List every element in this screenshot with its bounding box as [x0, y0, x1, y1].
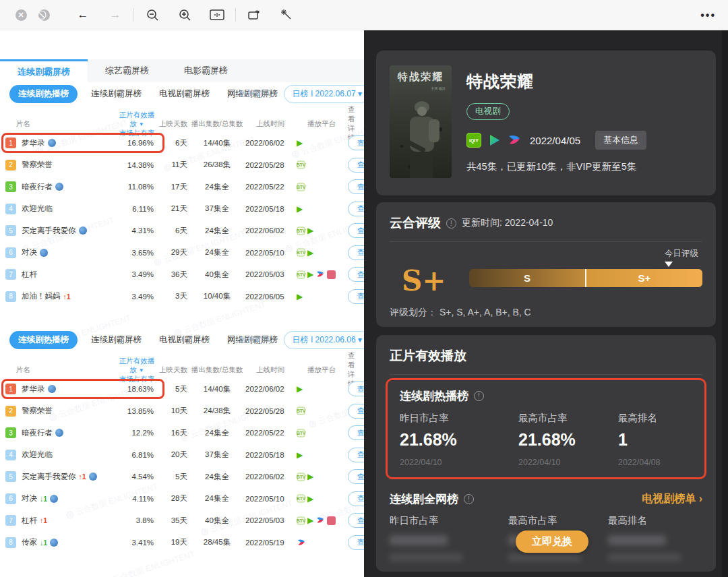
- green-play-platform-icon: ▶: [297, 450, 303, 460]
- zoom-in-icon[interactable]: [173, 3, 196, 26]
- table-row: 8传家↓13.41%19天28/45集2022/05/19查看: [0, 532, 364, 554]
- tab-1[interactable]: 连续剧霸屏榜: [0, 59, 88, 82]
- subtab-3[interactable]: 电视剧霸屏榜: [159, 88, 210, 100]
- launch-date: 2022/06/02: [245, 139, 295, 147]
- episodes-value: 37集全: [189, 204, 245, 214]
- subtab-2[interactable]: 连续剧霸屏榜: [91, 88, 142, 100]
- view-button[interactable]: 查看: [348, 179, 364, 194]
- show-name-cell: 梦华录: [18, 384, 116, 394]
- aspect-ratio-icon[interactable]: [206, 3, 229, 26]
- stat-column: 最高市占率21.68%2022/04/10: [518, 412, 618, 467]
- close-icon[interactable]: ✕: [9, 3, 32, 26]
- sort-funnel-icon: ▼: [139, 121, 144, 127]
- date-pill[interactable]: 日榜 I 2022.06.07 ▾: [284, 85, 364, 103]
- stat-value: 1: [618, 430, 692, 450]
- blurred-date: [608, 553, 681, 561]
- tab-2[interactable]: 综艺霸屏榜: [88, 59, 166, 82]
- zoom-out-icon[interactable]: [141, 3, 164, 26]
- show-name: 对决: [22, 493, 37, 504]
- show-name-cell: 对决: [18, 247, 116, 257]
- episodes-value: 40集全: [189, 516, 245, 526]
- view-button[interactable]: 查看: [348, 448, 364, 462]
- show-name-cell: 警察荣誉: [18, 406, 116, 416]
- divider: [390, 241, 702, 242]
- rank-badge: 5: [5, 225, 16, 236]
- view-button[interactable]: 查看: [348, 267, 364, 282]
- back-icon[interactable]: ←: [71, 3, 94, 26]
- btv-platform-icon: BTV: [297, 429, 305, 437]
- table-row: 3暗夜行者11.08%17天24集全2022/05/22BTV查看: [0, 176, 364, 198]
- table-row: 7杠杆3.49%36天40集全2022/05/03BTV▶查看: [0, 264, 364, 286]
- platform-badge-icon: [55, 183, 63, 191]
- view-button[interactable]: 查看: [348, 491, 364, 506]
- show-info: 特战荣耀 电视剧 iQIY 2022/04/05 基本信息 共45集，已更新10…: [466, 65, 646, 181]
- tab-3[interactable]: 电影霸屏榜: [166, 59, 245, 82]
- magic-wand-icon[interactable]: [275, 3, 298, 26]
- down-arrow: ↓1: [40, 495, 47, 503]
- view-button[interactable]: 查看: [348, 223, 364, 238]
- stat-label: 最高排名: [618, 412, 692, 425]
- view-button[interactable]: 查看: [348, 404, 364, 419]
- info-icon[interactable]: !: [474, 391, 484, 401]
- subtab-3[interactable]: 电视剧霸屏榜: [159, 334, 210, 346]
- view-button[interactable]: 查看: [348, 289, 364, 304]
- rank-badge: 1: [5, 384, 16, 394]
- view-button[interactable]: 查看: [348, 202, 364, 216]
- subtab-1[interactable]: 连续剧热播榜: [9, 85, 78, 103]
- launch-date: 2022/05/10: [245, 249, 295, 257]
- days-value: 29天: [158, 247, 189, 257]
- rank-badge: 2: [5, 160, 16, 171]
- tencent-swoosh-icon: [507, 133, 522, 148]
- share-value: 14.38%: [116, 161, 158, 169]
- basic-info-button[interactable]: 基本信息: [595, 131, 646, 150]
- view-button[interactable]: 查看: [348, 535, 364, 550]
- current-rating: S+: [402, 264, 446, 297]
- platform-icons: BTV: [295, 183, 348, 191]
- rotate-icon[interactable]: [243, 3, 266, 26]
- platform-icons: BTV: [295, 406, 348, 415]
- days-value: 28天: [158, 493, 189, 504]
- show-name-cell: 警察荣誉: [18, 160, 116, 170]
- info-icon[interactable]: !: [446, 218, 456, 229]
- table-header: 片名正片有效播放 ▼市场占有率上映天数播出集数/总集数上线时间播放平台查看详情: [0, 105, 364, 132]
- rating-segment-s: S: [469, 269, 585, 287]
- date-pill[interactable]: 日榜 I 2022.06.06 ▾: [284, 331, 364, 349]
- episodes-value: 37集全: [189, 450, 245, 460]
- stat-column: 最高排名: [608, 514, 702, 561]
- subtab-1[interactable]: 连续剧热播榜: [9, 331, 78, 349]
- block-icon[interactable]: ⃠: [32, 3, 55, 26]
- info-icon[interactable]: !: [464, 494, 474, 504]
- view-button[interactable]: 查看: [348, 513, 364, 528]
- hot-list-stats: 昨日市占率21.68%2022/04/10最高市占率21.68%2022/04/…: [400, 412, 692, 467]
- launch-date: 2022/05/19: [245, 539, 295, 547]
- iqiyi-icon: iQIY: [466, 133, 481, 148]
- redeem-button[interactable]: 立即兑换: [516, 530, 588, 553]
- days-value: 6天: [158, 138, 189, 148]
- stat-label: 最高市占率: [508, 514, 608, 527]
- platform-icons: ▶: [295, 450, 348, 460]
- view-button[interactable]: 查看: [348, 135, 364, 150]
- btv-platform-icon: BTV: [297, 495, 305, 503]
- view-button[interactable]: 查看: [348, 245, 364, 260]
- blurred-value: [390, 535, 448, 545]
- show-name-cell: 梦华录: [18, 138, 116, 148]
- forward-icon[interactable]: →: [104, 3, 127, 26]
- view-button[interactable]: 查看: [348, 158, 364, 173]
- platform-icons: ▶: [295, 292, 348, 301]
- green-play-platform-icon: ▶: [307, 516, 313, 525]
- ranking-page: ◎ 云合数据 ENLIGHTENT◎ 云合数据 ENLIGHTENT◎ 云合数据…: [0, 30, 364, 577]
- show-name: 暗夜行者: [22, 182, 53, 192]
- subtab-2[interactable]: 连续剧霸屏榜: [91, 334, 142, 346]
- platform-icons: BTV▶: [295, 472, 348, 481]
- episodes-value: 24集全: [189, 226, 245, 236]
- tv-ranking-link[interactable]: 电视剧榜单 ›: [642, 492, 702, 506]
- green-play-platform-icon: ▶: [297, 138, 303, 148]
- show-name: 买定离手我爱你: [22, 226, 76, 236]
- share-value: 3.8%: [116, 516, 158, 524]
- view-button[interactable]: 查看: [348, 425, 364, 440]
- more-options-icon[interactable]: •••: [700, 0, 716, 30]
- release-date: 2022/04/05: [530, 135, 580, 146]
- view-button[interactable]: 查看: [348, 382, 364, 396]
- days-value: 3天: [158, 291, 189, 301]
- view-button[interactable]: 查看: [348, 469, 364, 484]
